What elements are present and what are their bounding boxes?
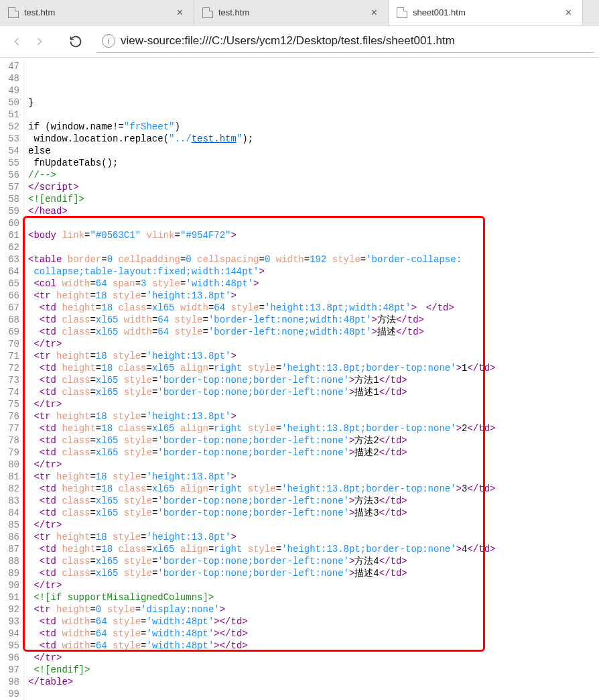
- source-line[interactable]: window.location.replace("../test.htm");: [28, 133, 599, 145]
- source-line[interactable]: <td height=18 class=xl65 align=right sty…: [28, 362, 599, 374]
- source-line[interactable]: fnUpdateTabs();: [28, 157, 599, 169]
- source-line[interactable]: <td class=xl65 style='border-top:none;bo…: [28, 555, 599, 567]
- tab-title: test.htm: [24, 7, 174, 17]
- close-icon[interactable]: ×: [174, 7, 186, 19]
- source-line[interactable]: <![if supportMisalignedColumns]>: [28, 591, 599, 603]
- source-line[interactable]: <![endif]>: [28, 664, 599, 676]
- document-icon: [8, 7, 19, 18]
- source-line[interactable]: [28, 109, 599, 121]
- source-line[interactable]: </head>: [28, 205, 599, 217]
- source-line[interactable]: <tr height=18 style='height:13.8pt'>: [28, 410, 599, 422]
- source-line[interactable]: </table>: [28, 676, 599, 688]
- tab-3-active[interactable]: sheet001.htm ×: [389, 0, 583, 25]
- source-line[interactable]: <td height=18 class=xl65 align=right sty…: [28, 543, 599, 555]
- source-view: 4748495051525354555657585960616263646566…: [0, 58, 599, 700]
- source-line[interactable]: <td class=xl65 style='border-top:none;bo…: [28, 374, 599, 386]
- source-line[interactable]: <![endif]>: [28, 193, 599, 205]
- document-icon: [202, 7, 213, 18]
- source-line[interactable]: <td height=18 class=xl65 width=64 style=…: [28, 302, 599, 314]
- source-line[interactable]: else: [28, 145, 599, 157]
- url-text: view-source:file:///C:/Users/ycm12/Deskt…: [121, 34, 594, 48]
- info-icon[interactable]: i: [102, 34, 115, 48]
- tab-2[interactable]: test.htm ×: [194, 0, 389, 25]
- source-code[interactable]: }if (window.name!="frSheet") window.loca…: [24, 60, 599, 700]
- source-line[interactable]: collapse;table-layout:fixed;width:144pt'…: [28, 266, 599, 278]
- source-line[interactable]: </tr>: [28, 519, 599, 531]
- source-line[interactable]: <td class=xl65 style='border-top:none;bo…: [28, 507, 599, 519]
- source-line[interactable]: </tr>: [28, 579, 599, 591]
- source-line[interactable]: <td height=18 class=xl65 align=right sty…: [28, 483, 599, 495]
- source-line[interactable]: <col width=64 span=3 style='width:48pt'>: [28, 278, 599, 290]
- source-line[interactable]: <td width=64 style='width:48pt'></td>: [28, 640, 599, 652]
- address-bar[interactable]: i view-source:file:///C:/Users/ycm12/Des…: [96, 30, 594, 53]
- close-icon[interactable]: ×: [563, 7, 574, 19]
- back-button[interactable]: [5, 30, 28, 53]
- source-line[interactable]: </tr>: [28, 459, 599, 471]
- source-line[interactable]: <tr height=18 style='height:13.8pt'>: [28, 290, 599, 302]
- tab-title: sheet001.htm: [413, 7, 563, 17]
- close-icon[interactable]: ×: [369, 7, 380, 19]
- source-line[interactable]: //-->: [28, 169, 599, 181]
- tab-title: test.htm: [218, 7, 369, 17]
- source-line[interactable]: <tr height=18 style='height:13.8pt'>: [28, 350, 599, 362]
- source-line[interactable]: <td class=xl65 width=64 style='border-le…: [28, 326, 599, 338]
- source-line[interactable]: <body link="#0563C1" vlink="#954F72">: [28, 229, 599, 241]
- source-line[interactable]: </tr>: [28, 338, 599, 350]
- source-line[interactable]: <td height=18 class=xl65 align=right sty…: [28, 422, 599, 434]
- line-number-gutter: 4748495051525354555657585960616263646566…: [0, 60, 24, 700]
- source-line[interactable]: <td width=64 style='width:48pt'></td>: [28, 628, 599, 640]
- source-line[interactable]: [28, 688, 599, 700]
- source-line[interactable]: <td class=xl65 style='border-top:none;bo…: [28, 434, 599, 447]
- source-line[interactable]: </tr>: [28, 652, 599, 664]
- source-line[interactable]: <td class=xl65 style='border-top:none;bo…: [28, 567, 599, 579]
- forward-button[interactable]: [28, 30, 51, 53]
- source-line[interactable]: <table border=0 cellpadding=0 cellspacin…: [28, 253, 599, 266]
- source-line[interactable]: <tr height=18 style='height:13.8pt'>: [28, 531, 599, 543]
- source-line[interactable]: [28, 241, 599, 253]
- source-line[interactable]: [28, 217, 599, 229]
- source-line[interactable]: }: [28, 97, 599, 109]
- source-line[interactable]: <tr height=18 style='height:13.8pt'>: [28, 471, 599, 483]
- toolbar: i view-source:file:///C:/Users/ycm12/Des…: [0, 25, 599, 58]
- source-line[interactable]: </tr>: [28, 398, 599, 410]
- refresh-button[interactable]: [64, 30, 87, 53]
- source-line[interactable]: <td class=xl65 style='border-top:none;bo…: [28, 386, 599, 398]
- tab-1[interactable]: test.htm ×: [0, 0, 194, 25]
- source-line[interactable]: <td width=64 style='width:48pt'></td>: [28, 616, 599, 628]
- source-line[interactable]: <tr height=0 style='display:none'>: [28, 603, 599, 616]
- source-line[interactable]: <td class=xl65 style='border-top:none;bo…: [28, 447, 599, 459]
- source-line[interactable]: <td class=xl65 style='border-top:none;bo…: [28, 495, 599, 507]
- source-line[interactable]: if (window.name!="frSheet"): [28, 121, 599, 133]
- document-icon: [397, 7, 407, 18]
- source-line[interactable]: <td class=xl65 width=64 style='border-le…: [28, 314, 599, 326]
- tab-bar: test.htm × test.htm × sheet001.htm ×: [0, 0, 599, 25]
- source-line[interactable]: </script>: [28, 181, 599, 193]
